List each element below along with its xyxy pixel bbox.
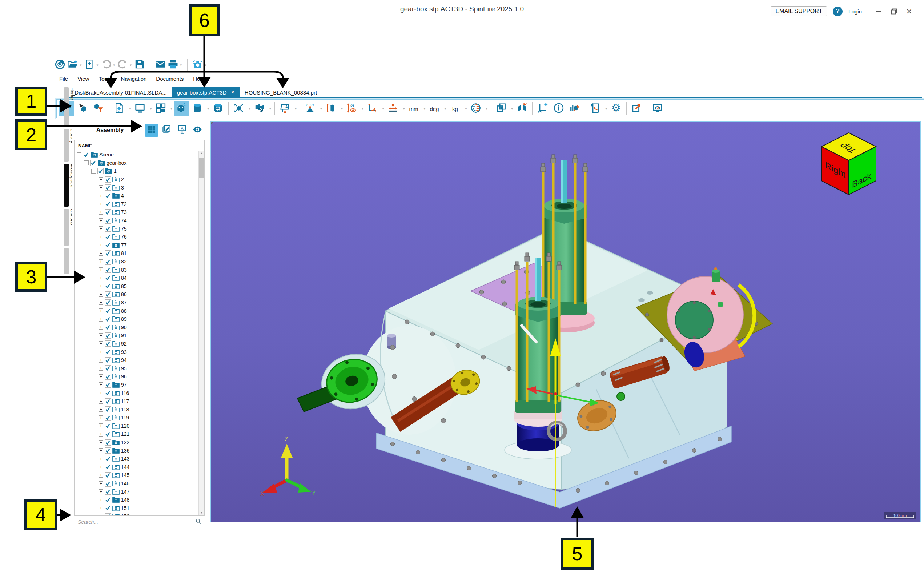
visibility-checkbox[interactable] xyxy=(105,316,111,322)
chevron-down-icon[interactable]: ▼ xyxy=(248,107,251,110)
expand-icon[interactable]: + xyxy=(99,308,103,313)
expand-icon[interactable]: + xyxy=(99,423,103,428)
visibility-checkbox[interactable] xyxy=(105,275,111,281)
tree-row-82[interactable]: +82 xyxy=(75,257,199,266)
expand-icon[interactable]: + xyxy=(99,267,103,272)
tree-row-96[interactable]: +96 xyxy=(75,372,199,381)
chevron-down-icon[interactable]: ▼ xyxy=(485,107,488,110)
scripts-button[interactable] xyxy=(588,101,603,116)
visibility-checkbox[interactable] xyxy=(105,431,111,437)
viewport-layout-button[interactable] xyxy=(153,101,168,116)
new-document-button[interactable]: ▼ xyxy=(84,59,99,71)
expand-icon[interactable]: + xyxy=(99,300,103,305)
render-mode-button[interactable] xyxy=(174,101,189,116)
chevron-down-icon[interactable]: ▼ xyxy=(113,64,116,67)
chevron-down-icon[interactable]: ▼ xyxy=(269,107,272,110)
chevron-down-icon[interactable]: ▼ xyxy=(96,64,99,67)
redo-button[interactable]: ▼ xyxy=(118,59,132,71)
unit-kg-button[interactable]: kg xyxy=(447,101,463,116)
expand-icon[interactable]: + xyxy=(99,432,103,437)
locale-globe-button[interactable] xyxy=(468,101,483,116)
visibility-checkbox[interactable] xyxy=(105,456,111,462)
tree-row-146[interactable]: +146 xyxy=(75,480,199,488)
chevron-down-icon[interactable]: ▼ xyxy=(511,107,514,110)
visibility-checkbox[interactable] xyxy=(105,218,111,224)
expand-icon[interactable]: + xyxy=(99,193,103,198)
menu-help[interactable]: Help xyxy=(189,75,208,83)
part-info-button[interactable] xyxy=(551,101,566,116)
visibility-checkbox[interactable] xyxy=(105,242,111,248)
chevron-down-icon[interactable]: ▼ xyxy=(150,107,152,110)
chevron-down-icon[interactable]: ▼ xyxy=(130,64,132,67)
visibility-checkbox[interactable] xyxy=(105,299,111,306)
chevron-down-icon[interactable]: ▼ xyxy=(464,107,467,110)
chevron-down-icon[interactable]: ▼ xyxy=(382,107,385,110)
tree-row-143[interactable]: +143 xyxy=(75,455,199,463)
tree-row-1[interactable]: −1 xyxy=(75,167,199,175)
tree-row-116[interactable]: +116 xyxy=(75,389,199,397)
close-button[interactable]: × xyxy=(904,6,914,16)
expand-icon[interactable]: + xyxy=(99,251,103,256)
visibility-checkbox[interactable] xyxy=(105,234,111,240)
measure-diameter-button[interactable]: Ø xyxy=(344,101,359,116)
visibility-checkbox[interactable] xyxy=(83,152,89,158)
standard-views-button[interactable] xyxy=(252,101,267,116)
markup-note-button[interactable]: A xyxy=(277,101,293,116)
expand-icon[interactable]: + xyxy=(99,292,103,297)
visibility-checkbox[interactable] xyxy=(90,160,96,166)
expand-icon[interactable]: + xyxy=(99,276,103,280)
visibility-checkbox[interactable] xyxy=(105,365,111,371)
expand-icon[interactable]: + xyxy=(99,177,103,182)
tree-row-121[interactable]: +121 xyxy=(75,430,199,438)
tree-row-97[interactable]: +97 xyxy=(75,381,199,389)
material-button[interactable] xyxy=(190,101,205,116)
expand-icon[interactable]: + xyxy=(99,259,103,264)
expand-icon[interactable]: + xyxy=(99,399,103,404)
visibility-checkbox[interactable] xyxy=(105,308,111,314)
tree-row-72[interactable]: +72 xyxy=(75,200,199,208)
visibility-checkbox[interactable] xyxy=(105,464,111,470)
annotation-board-button[interactable]: A xyxy=(176,124,189,137)
expand-icon[interactable]: + xyxy=(99,481,103,486)
visibility-checkbox[interactable] xyxy=(105,382,111,388)
expand-icon[interactable]: + xyxy=(99,391,103,395)
visibility-checkbox[interactable] xyxy=(105,489,111,495)
visibility-checkbox[interactable] xyxy=(105,390,111,396)
filter-parts-button[interactable] xyxy=(91,101,106,116)
login-button[interactable]: Login xyxy=(848,8,862,15)
visibility-checkbox[interactable] xyxy=(105,357,111,363)
expand-icon[interactable]: + xyxy=(99,202,103,206)
visibility-checkbox[interactable] xyxy=(105,259,111,265)
visibility-eye-button[interactable] xyxy=(191,124,204,137)
visibility-checkbox[interactable] xyxy=(105,423,111,429)
coordinate-point-button[interactable]: (X,Y,Z) xyxy=(302,101,318,116)
tree-row-85[interactable]: +85 xyxy=(75,282,199,291)
expand-icon[interactable]: + xyxy=(99,473,103,478)
measure-feature-button[interactable] xyxy=(323,101,338,116)
tree-row-144[interactable]: +144 xyxy=(75,463,199,472)
document-tab-1[interactable]: _DiskBrakeAssembly-01FINAL.SLDA... xyxy=(67,87,172,98)
visibility-checkbox[interactable] xyxy=(105,406,111,412)
menu-view[interactable]: View xyxy=(73,75,93,83)
appearance-document-button[interactable] xyxy=(111,101,127,116)
visibility-checkbox[interactable] xyxy=(105,415,111,421)
tree-row-92[interactable]: +92 xyxy=(75,340,199,348)
menu-tools[interactable]: Tools xyxy=(95,75,115,83)
select-part-button[interactable] xyxy=(75,101,90,116)
visibility-checkbox[interactable] xyxy=(105,250,111,256)
view-cube[interactable]: Top Right Back xyxy=(822,133,876,195)
spinfire-logo-button[interactable] xyxy=(55,59,66,71)
add-axis-button[interactable] xyxy=(535,101,550,116)
email-support-button[interactable]: EMAIL SUPPORT xyxy=(771,6,827,16)
chevron-down-icon[interactable]: ▼ xyxy=(170,107,173,110)
visibility-checkbox[interactable] xyxy=(105,481,111,487)
tree-row-83[interactable]: +83 xyxy=(75,265,199,274)
visibility-checkbox[interactable] xyxy=(105,193,111,199)
expand-icon[interactable]: + xyxy=(99,185,103,190)
visibility-checkbox[interactable] xyxy=(105,324,111,330)
visibility-checkbox[interactable] xyxy=(105,225,111,232)
visibility-checkbox[interactable] xyxy=(105,440,111,446)
expand-icon[interactable]: + xyxy=(99,457,103,461)
expand-icon[interactable]: + xyxy=(99,317,103,322)
expand-icon[interactable]: + xyxy=(99,382,103,387)
